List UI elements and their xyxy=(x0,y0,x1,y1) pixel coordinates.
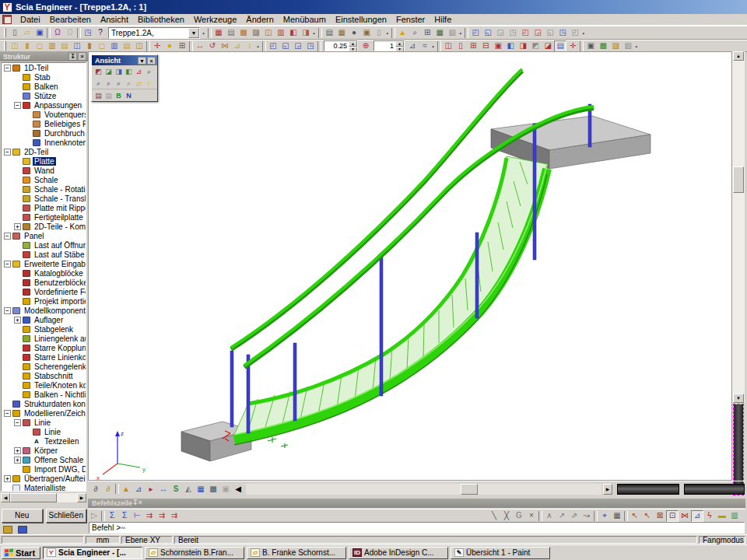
tree-item-offene-schale[interactable]: +Offene Schale xyxy=(2,455,86,464)
command-panel-header[interactable]: Befehlszeile ↧ × xyxy=(88,499,745,508)
table-icon[interactable]: ▦ xyxy=(433,27,446,39)
photo-view-icon[interactable]: ▩ xyxy=(597,40,609,52)
tree-item-auflager[interactable]: +Auflager xyxy=(2,315,86,324)
tree-item-stabschnitt[interactable]: Stabschnitt xyxy=(2,371,86,380)
dialog-icon[interactable]: ◧ xyxy=(287,27,300,39)
collapse-icon[interactable]: − xyxy=(4,149,11,156)
open-folder-icon[interactable]: ▱ xyxy=(21,27,33,39)
tree-item-platte-mit-rippen[interactable]: Platte mit Rippen xyxy=(2,203,86,212)
menu-men-baum[interactable]: Menübaum xyxy=(279,14,331,25)
vector-mode-icon[interactable]: ↗ xyxy=(556,510,568,522)
zoom-in-icon[interactable]: ⌕ xyxy=(93,78,103,88)
tree-item-textzeilen[interactable]: ATextzeilen xyxy=(2,436,86,446)
visibility-icon[interactable]: ○ xyxy=(144,78,154,88)
link-icon[interactable]: ∂ xyxy=(89,483,102,495)
document-store-icon[interactable]: ▦ xyxy=(335,27,348,39)
menu-datei[interactable]: Datei xyxy=(16,14,45,25)
tree-item-2d-teil[interactable]: −2D-Teil xyxy=(2,147,86,156)
expand-icon[interactable]: + xyxy=(4,475,11,482)
beam-tool-1-icon[interactable]: ◫ xyxy=(9,40,21,52)
activity-1-icon[interactable]: ◰ xyxy=(519,27,531,39)
status-plane[interactable]: Ebene XY xyxy=(121,536,173,544)
tree-item-linie[interactable]: −Linie xyxy=(2,418,86,427)
tree-item-starre-linienkopplun[interactable]: Starre Linienkopplun xyxy=(2,352,86,362)
status-snapmode[interactable]: Fangmodus xyxy=(699,536,745,544)
scale-icon[interactable]: ⊿ xyxy=(231,40,244,52)
mdi-document-icon[interactable] xyxy=(2,15,12,24)
expand-icon[interactable]: + xyxy=(14,317,21,324)
project-combo[interactable]: Treppe1.2A, ▼ xyxy=(108,27,200,39)
tree-item-balken-nichtlinearit[interactable]: Balken - Nichtlinearit xyxy=(2,390,86,399)
load-11-icon[interactable]: ✛ xyxy=(566,40,579,52)
note-icon[interactable]: ▧ xyxy=(446,27,458,39)
angle-mode-icon[interactable]: ∧ xyxy=(543,510,556,522)
toolbar-overflow-button[interactable]: . xyxy=(458,26,464,39)
scroll-up-icon[interactable]: ▲ xyxy=(733,51,744,61)
perpendicular-icon[interactable]: ⊢ xyxy=(131,510,143,522)
beam-tool-4-icon[interactable]: ▥ xyxy=(46,40,58,52)
tree-item-stabgelenk[interactable]: Stabgelenk xyxy=(2,324,86,334)
start-button[interactable]: Start xyxy=(2,547,40,559)
toolbar-overflow-button[interactable]: . xyxy=(312,26,317,39)
spin-up-icon[interactable]: ▲ xyxy=(349,41,357,47)
sum-members-icon[interactable]: Σ xyxy=(118,510,131,522)
print-icon[interactable]: ▤ xyxy=(323,27,335,39)
panel-tab-icon[interactable] xyxy=(3,526,12,534)
window-cascade-icon[interactable]: ◱ xyxy=(482,27,494,39)
close-button[interactable]: Schließen xyxy=(46,509,87,523)
load-6-icon[interactable]: ◧ xyxy=(504,40,517,52)
tree-item-katalogblöcke[interactable]: Katalogblöcke xyxy=(2,268,86,278)
tree-item-balken[interactable]: Balken xyxy=(2,82,86,91)
curve-mode-icon[interactable]: ↝ xyxy=(580,510,593,522)
tree-item-projekt-importieren-i[interactable]: Projekt importieren (I xyxy=(2,296,86,306)
stretch-icon[interactable]: ↕ xyxy=(244,40,256,52)
new-button[interactable]: Neu xyxy=(2,509,43,523)
snap-intersect-icon[interactable]: ⊠ xyxy=(654,510,666,522)
rendered-model-icon[interactable]: N xyxy=(124,90,134,100)
export-icon[interactable]: ▲ xyxy=(396,27,409,39)
taskbar-task-folder[interactable]: ▱Schornstein B.Fran... xyxy=(145,547,244,559)
toolbar-overflow-button[interactable]: . xyxy=(634,40,640,52)
database-icon[interactable]: ▣ xyxy=(360,27,373,39)
render-icon[interactable]: ▩ xyxy=(237,27,250,39)
mirror-icon[interactable]: ⋈ xyxy=(219,40,231,52)
coord-abs-icon[interactable]: ⇉ xyxy=(143,510,156,522)
toolbar-overflow-button[interactable]: . xyxy=(581,26,587,39)
beam-tool-5-icon[interactable]: ▤ xyxy=(58,40,71,52)
tree-item-teile-knoten-koppel[interactable]: Teile/Knoten koppel xyxy=(2,380,86,390)
save-icon[interactable]: ▣ xyxy=(33,27,46,39)
toolbar-overflow-button[interactable]: . xyxy=(256,40,261,52)
beam-tool-8-icon[interactable]: ◻ xyxy=(96,40,108,52)
collapse-icon[interactable]: − xyxy=(14,419,21,426)
toolbar-grip[interactable] xyxy=(4,41,6,51)
collapse-icon[interactable]: − xyxy=(4,307,11,314)
ucs-1-icon[interactable]: ◰ xyxy=(267,40,279,52)
snap-tangent-icon[interactable]: ⋈ xyxy=(679,510,691,522)
view-rotation-slider-1[interactable] xyxy=(617,484,679,495)
view-x-icon[interactable]: ◩ xyxy=(93,66,103,76)
tree-item-liniengelenk-auf-2d-[interactable]: Liniengelenk auf 2D- xyxy=(2,334,86,343)
section-icon[interactable]: ⊿ xyxy=(132,483,145,495)
menu-ansicht[interactable]: Ansicht xyxy=(96,14,133,25)
command-input[interactable]: Befehl >^^ xyxy=(89,522,745,534)
tree-item-last-auf-öffnungskar[interactable]: Last auf Öffnungskar xyxy=(2,240,86,250)
tree-item-strukturdaten-kontrollier[interactable]: Strukturdaten kontrollier xyxy=(2,399,86,408)
angle-icon[interactable]: ⊿ xyxy=(406,40,419,52)
tree-item-beliebiges-profil[interactable]: Beliebiges Profil xyxy=(2,119,86,128)
cross-tool-icon[interactable]: ✛ xyxy=(151,40,163,52)
load-5-icon[interactable]: ▣ xyxy=(492,40,504,52)
tree-horizontal-scrollbar[interactable]: ◀ ▶ xyxy=(1,493,86,502)
view-axo-icon[interactable]: ◧ xyxy=(124,66,134,76)
dimension-icon[interactable]: ↔ xyxy=(157,483,170,495)
scrollbar-thumb[interactable] xyxy=(461,484,478,495)
view-settings-icon[interactable]: ▱ xyxy=(134,78,144,88)
tree-item-fertigteilplatte[interactable]: Fertigteilplatte xyxy=(2,212,86,222)
menu-werkzeuge[interactable]: Werkzeuge xyxy=(189,14,241,25)
tree-item-körper[interactable]: +Körper xyxy=(2,446,86,455)
beam-tool-3-icon[interactable]: ◻ xyxy=(33,40,46,52)
tree-item-1d-teil[interactable]: −1D-Teil xyxy=(2,63,86,72)
save-view-icon[interactable]: ▣ xyxy=(584,40,597,52)
camera-icon[interactable]: ● xyxy=(348,27,360,39)
expand-icon[interactable]: + xyxy=(14,447,21,454)
pin-icon[interactable]: ↧ xyxy=(68,52,77,61)
